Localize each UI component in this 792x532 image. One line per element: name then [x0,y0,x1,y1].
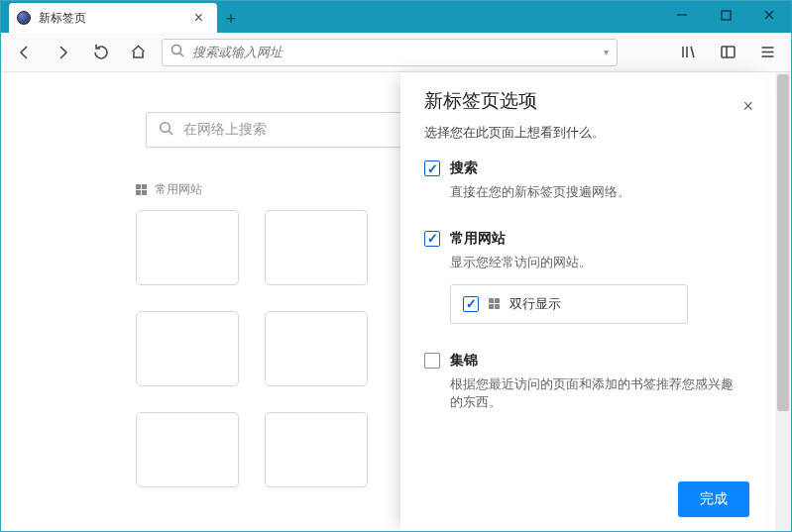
option-search: 搜索 直接在您的新标签页搜遍网络。 [424,160,743,202]
grid-icon [489,298,500,309]
newtab-options-panel: 新标签页选项 × 选择您在此页面上想看到什么。 搜索 直接在您的新标签页搜遍网络… [400,72,767,531]
topsite-tile[interactable] [265,210,368,285]
option-desc: 根据您最近访问的页面和添加的书签推荐您感兴趣的东西。 [450,375,743,413]
option-label: 集锦 [450,352,478,370]
topsite-tile[interactable] [136,311,239,386]
scrollbar-thumb[interactable] [777,74,789,411]
option-label: 搜索 [450,160,478,177]
options-title: 新标签页选项 [424,88,749,114]
svg-rect-9 [722,47,735,57]
minimize-button[interactable] [660,1,704,29]
tab-strip: 新标签页 × + [1,3,245,33]
address-input[interactable] [192,45,604,59]
topsite-tile[interactable] [265,412,368,487]
window-close-button[interactable] [747,1,791,29]
search-icon [159,121,173,140]
new-tab-button[interactable]: + [217,5,245,33]
checkbox-topsites[interactable] [424,231,440,247]
option-highlights: 集锦 根据您最近访问的页面和添加的书签推荐您感兴趣的东西。 [424,352,743,413]
titlebar: 新标签页 × + [1,1,791,33]
checkbox-two-rows[interactable] [463,296,479,312]
browser-tab[interactable]: 新标签页 × [9,3,217,33]
topsite-tile[interactable] [136,412,239,487]
option-label: 常用网站 [450,230,506,248]
checkbox-search[interactable] [424,160,440,176]
sidebar-button[interactable] [714,39,741,66]
option-topsites: 常用网站 显示您经常访问的网站。 双行显示 [424,230,743,324]
option-rows: 双行显示 [450,284,688,324]
vertical-scrollbar[interactable] [775,72,791,531]
home-button[interactable] [124,39,152,66]
grid-icon [136,184,147,195]
checkbox-highlights[interactable] [424,353,440,369]
options-subtitle: 选择您在此页面上想看到什么。 [424,124,749,142]
back-button[interactable] [11,39,39,66]
svg-line-8 [691,47,694,57]
topsite-tile[interactable] [265,311,368,386]
svg-point-4 [172,45,181,53]
close-icon[interactable]: × [742,96,753,117]
chevron-down-icon[interactable]: ▾ [604,47,609,57]
reload-button[interactable] [86,39,114,66]
menu-button[interactable] [753,39,781,66]
toolbar: ▾ [1,33,791,72]
option-desc: 显示您经常访问的网站。 [450,254,743,272]
svg-line-5 [180,53,184,56]
topsite-tile[interactable] [136,210,239,285]
tab-title: 新标签页 [39,10,190,27]
svg-rect-1 [722,11,731,20]
content-area: 在网络上搜索 常用网站 新标签页选项 × 选择您在此页面上想看到什么。 [1,72,791,531]
search-placeholder: 在网络上搜索 [183,121,267,139]
library-button[interactable] [674,39,702,66]
topsites-label: 常用网站 [155,181,202,198]
close-icon[interactable]: × [190,8,207,28]
option-desc: 直接在您的新标签页搜遍网络。 [450,183,743,202]
svg-point-14 [161,122,170,132]
window-controls [660,1,791,29]
svg-line-15 [169,131,172,135]
address-bar[interactable]: ▾ [162,39,618,66]
maximize-button[interactable] [704,1,747,29]
rows-label: 双行显示 [509,295,561,313]
done-button[interactable]: 完成 [678,481,749,517]
forward-button[interactable] [49,39,76,66]
search-icon [170,44,184,61]
globe-icon [17,11,31,25]
